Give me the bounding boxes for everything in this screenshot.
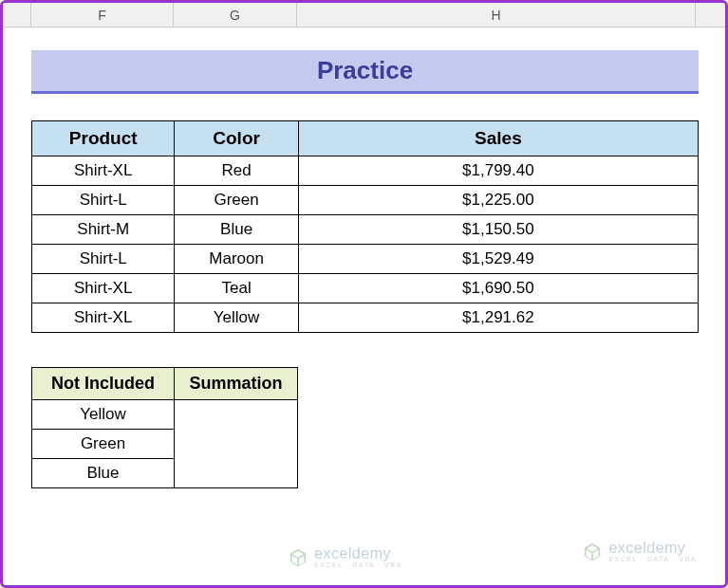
table-row: Shirt-L Green $1,225.00 — [32, 186, 699, 215]
table-row: Shirt-XL Teal $1,690.50 — [32, 274, 699, 303]
watermark-name: exceldemy — [314, 546, 402, 561]
cube-icon — [582, 542, 603, 562]
cell-color[interactable]: Maroon — [175, 245, 298, 274]
watermark-tag: EXCEL · DATA · VBA — [314, 561, 402, 568]
cell-product[interactable]: Shirt-L — [32, 186, 175, 215]
col-header-blank2 — [696, 3, 724, 27]
column-headers: F G H — [3, 3, 725, 28]
table-row: Shirt-XL Yellow $1,291.62 — [32, 303, 699, 333]
watermark-name: exceldemy — [608, 541, 697, 556]
title-bar: Practice — [31, 50, 699, 94]
cell-color[interactable]: Green — [175, 186, 298, 215]
table-row: Shirt-L Maroon $1,529.49 — [32, 245, 699, 274]
cell-sales[interactable]: $1,150.50 — [298, 215, 698, 245]
cell-product[interactable]: Shirt-M — [32, 215, 175, 245]
table-row: Shirt-XL Red $1,799.40 — [32, 156, 699, 186]
header-color[interactable]: Color — [175, 121, 298, 156]
cell-color[interactable]: Yellow — [175, 303, 298, 333]
cell-summation[interactable] — [175, 400, 298, 488]
cell-sales[interactable]: $1,799.40 — [298, 156, 698, 186]
summary-row: Yellow — [32, 400, 298, 430]
cell-product[interactable]: Shirt-XL — [32, 274, 175, 303]
cube-icon — [288, 547, 308, 568]
cell-product[interactable]: Shirt-XL — [32, 303, 175, 333]
cell-color[interactable]: Blue — [175, 215, 298, 245]
cell-not-included[interactable]: Green — [32, 430, 175, 459]
cell-color[interactable]: Teal — [175, 274, 298, 303]
col-header-f[interactable]: F — [31, 3, 174, 27]
watermark: exceldemy EXCEL · DATA · VBA — [582, 541, 697, 562]
watermark: exceldemy EXCEL · DATA · VBA — [288, 546, 402, 568]
summary-table: Not Included Summation Yellow Green Blue — [31, 367, 298, 488]
header-summation[interactable]: Summation — [175, 368, 298, 400]
cell-not-included[interactable]: Yellow — [32, 400, 175, 430]
cell-sales[interactable]: $1,529.49 — [298, 245, 698, 274]
cell-product[interactable]: Shirt-L — [32, 245, 175, 274]
summary-header-row: Not Included Summation — [32, 368, 298, 400]
sheet-content: Practice Product Color Sales Shirt-XL Re… — [3, 28, 725, 488]
table-row: Shirt-M Blue $1,150.50 — [32, 215, 699, 245]
header-not-included[interactable]: Not Included — [32, 368, 175, 400]
header-product[interactable]: Product — [32, 121, 175, 156]
watermark-tag: EXCEL · DATA · VBA — [608, 556, 697, 562]
col-header-h[interactable]: H — [297, 3, 696, 27]
watermark-text: exceldemy EXCEL · DATA · VBA — [314, 546, 402, 568]
cell-not-included[interactable]: Blue — [32, 459, 175, 488]
table-header-row: Product Color Sales — [32, 121, 699, 156]
cell-sales[interactable]: $1,690.50 — [298, 274, 698, 303]
page-title: Practice — [317, 56, 413, 84]
cell-sales[interactable]: $1,225.00 — [298, 186, 698, 215]
header-sales[interactable]: Sales — [298, 121, 698, 156]
col-header-blank — [12, 3, 31, 27]
products-table: Product Color Sales Shirt-XL Red $1,799.… — [31, 120, 699, 333]
col-header-g[interactable]: G — [174, 3, 297, 27]
cell-color[interactable]: Red — [175, 156, 298, 186]
cell-product[interactable]: Shirt-XL — [32, 156, 175, 186]
cell-sales[interactable]: $1,291.62 — [298, 303, 698, 333]
watermark-text: exceldemy EXCEL · DATA · VBA — [608, 541, 697, 562]
